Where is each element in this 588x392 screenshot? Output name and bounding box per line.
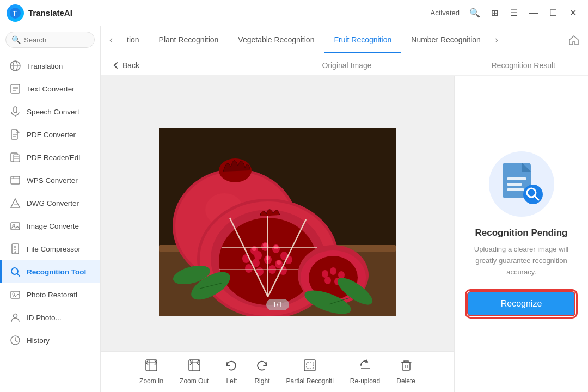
- zoom-in-icon: [145, 359, 158, 375]
- svg-point-34: [13, 293, 15, 295]
- image-converter-icon: [9, 220, 21, 232]
- svg-point-77: [330, 267, 336, 275]
- svg-point-79: [324, 277, 331, 284]
- back-button[interactable]: Back: [112, 61, 139, 70]
- sidebar-label-id-photo: ID Photo...: [27, 314, 62, 322]
- rotate-right-button[interactable]: Right: [254, 359, 270, 385]
- back-label: Back: [122, 61, 139, 70]
- sidebar-label-wps-converter: WPS Converter: [27, 176, 78, 185]
- sidebar-label-pdf-converter: PDF Converter: [27, 131, 76, 139]
- svg-line-32: [17, 274, 20, 277]
- sidebar: 🔍 Translation Text Converter Speech: [0, 26, 101, 392]
- zoom-in-label: Zoom In: [139, 377, 163, 385]
- pdf-reader-icon: [9, 151, 21, 163]
- sidebar-item-wps-converter[interactable]: WPS Converter: [0, 169, 100, 192]
- delete-button[interactable]: Delete: [396, 359, 415, 385]
- minimize-button[interactable]: —: [525, 4, 542, 22]
- sidebar-item-recognition-tool[interactable]: Recognition Tool: [0, 260, 100, 283]
- recognition-tool-icon: [9, 266, 21, 278]
- rotate-right-label: Right: [254, 377, 270, 385]
- sidebar-label-recognition-tool: Recognition Tool: [27, 268, 86, 276]
- breadcrumb-row: Back Original Image Recognition Result: [101, 54, 588, 76]
- home-button[interactable]: [564, 30, 584, 50]
- sidebar-label-image-converter: Image Converte: [27, 222, 79, 230]
- partial-recognition-label: Partial Recogniti: [286, 377, 333, 385]
- page-indicator: 1/1: [266, 299, 289, 310]
- activated-badge: Activated: [431, 9, 460, 17]
- sidebar-nav: Translation Text Converter Speech Conver…: [0, 52, 100, 392]
- zoom-out-button[interactable]: Zoom Out: [180, 359, 209, 385]
- zoom-out-label: Zoom Out: [180, 377, 209, 385]
- image-panel: 1/1 Zoom In: [101, 76, 455, 392]
- title-bar-right: Activated 🔍 ⊞ ☰ — ☐ ✕: [431, 4, 581, 22]
- maximize-button[interactable]: ☐: [544, 4, 562, 22]
- sidebar-item-translation[interactable]: Translation: [0, 54, 100, 77]
- tab-next-button[interactable]: ›: [491, 32, 503, 48]
- sidebar-item-photo-restoration[interactable]: Photo Restorati: [0, 283, 100, 306]
- sidebar-label-dwg-converter: DWG Converter: [27, 199, 79, 207]
- sidebar-item-text-converter[interactable]: Text Converter: [0, 77, 100, 100]
- tab-vegetable-recognition[interactable]: Vegetable Recognition: [228, 28, 324, 53]
- app-logo: T: [7, 4, 24, 22]
- sidebar-label-history: History: [27, 336, 50, 345]
- re-upload-icon: [359, 359, 372, 375]
- title-bar: T TranslateAI Activated 🔍 ⊞ ☰ — ☐ ✕: [0, 0, 588, 26]
- partial-recognition-button[interactable]: Partial Recogniti: [286, 359, 333, 385]
- tab-number-recognition[interactable]: Number Recognition: [401, 28, 491, 53]
- sidebar-item-image-converter[interactable]: Image Converte: [0, 215, 100, 237]
- wps-converter-icon: [9, 174, 21, 186]
- sidebar-label-text-converter: Text Converter: [27, 85, 75, 93]
- tab-action-recognition[interactable]: tion: [117, 28, 149, 53]
- close-button[interactable]: ✕: [564, 4, 581, 22]
- search-input[interactable]: [24, 36, 89, 44]
- svg-rect-87: [146, 360, 157, 371]
- search-box[interactable]: 🔍: [5, 32, 95, 48]
- content-area: ‹ tion Plant Recognition Vegetable Recog…: [101, 26, 588, 392]
- tab-prev-button[interactable]: ‹: [105, 32, 117, 48]
- sidebar-item-pdf-converter[interactable]: PDF Converter: [0, 123, 100, 146]
- result-icon-area: [489, 151, 554, 217]
- sidebar-item-pdf-reader[interactable]: PDF Reader/Edi: [0, 146, 100, 169]
- title-bar-left: T TranslateAI: [7, 4, 72, 22]
- re-upload-button[interactable]: Re-upload: [350, 359, 380, 385]
- search-title-button[interactable]: 🔍: [466, 4, 483, 22]
- recognition-pending-icon: [497, 158, 546, 207]
- svg-rect-23: [11, 223, 20, 230]
- menu-button[interactable]: ☰: [505, 4, 523, 22]
- sidebar-item-history[interactable]: History: [0, 329, 100, 352]
- app-name: TranslateAI: [28, 8, 72, 17]
- sidebar-label-pdf-reader: PDF Reader/Edi: [27, 154, 80, 162]
- svg-rect-99: [507, 183, 522, 186]
- rotate-left-button[interactable]: Left: [225, 359, 238, 385]
- history-icon: [9, 334, 21, 346]
- svg-rect-98: [507, 177, 526, 180]
- result-panel: Recognition Pending Uploading a clearer …: [455, 76, 588, 392]
- svg-text:T: T: [13, 9, 17, 17]
- sidebar-label-speech-convert: Speech Convert: [27, 108, 79, 116]
- sidebar-item-dwg-converter[interactable]: DWG Converter: [0, 192, 100, 215]
- rotate-left-label: Left: [226, 377, 237, 385]
- delete-label: Delete: [396, 377, 415, 385]
- svg-rect-100: [507, 188, 524, 191]
- sidebar-item-speech-convert[interactable]: Speech Convert: [0, 100, 100, 123]
- sidebar-item-id-photo[interactable]: ID Photo...: [0, 306, 100, 329]
- tab-bar: ‹ tion Plant Recognition Vegetable Recog…: [101, 26, 588, 54]
- recognition-pending-title: Recognition Pending: [475, 228, 568, 238]
- re-upload-label: Re-upload: [350, 377, 380, 385]
- sidebar-label-file-compressor: File Compressor: [27, 245, 81, 253]
- svg-point-76: [322, 270, 328, 278]
- fullscreen-button[interactable]: ⊞: [486, 4, 503, 22]
- image-toolbar: Zoom In Zoom Out Left: [101, 351, 454, 392]
- tab-plant-recognition[interactable]: Plant Recognition: [149, 28, 229, 53]
- tab-fruit-recognition[interactable]: Fruit Recognition: [324, 28, 401, 53]
- id-photo-icon: [9, 311, 21, 323]
- zoom-in-button[interactable]: Zoom In: [139, 359, 163, 385]
- svg-point-62: [254, 251, 262, 260]
- svg-point-101: [523, 185, 543, 204]
- zoom-out-icon: [188, 359, 201, 375]
- svg-rect-9: [14, 107, 17, 113]
- recognize-button[interactable]: Recognize: [467, 291, 576, 316]
- sidebar-item-file-compressor[interactable]: File Compressor: [0, 237, 100, 260]
- svg-point-67: [277, 260, 281, 265]
- text-converter-icon: [9, 83, 21, 95]
